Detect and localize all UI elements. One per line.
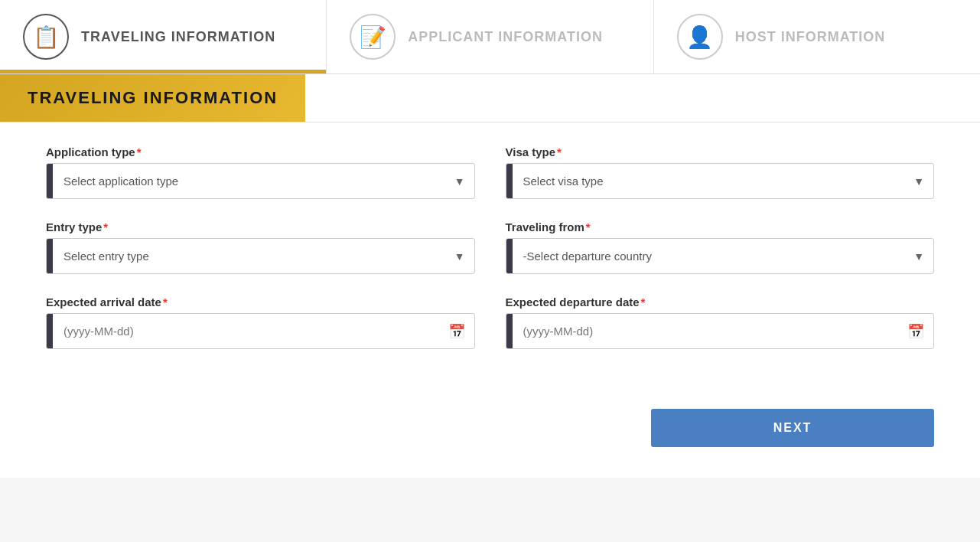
departure-date-wrap: 📅 xyxy=(506,313,935,349)
step-traveling-underline xyxy=(0,70,326,73)
arrival-date-calendar-icon[interactable]: 📅 xyxy=(448,323,465,340)
section-title: TRAVELING INFORMATION xyxy=(28,88,278,107)
departure-date-label: Expected departure date* xyxy=(506,295,935,309)
form-row-2: Entry type* Select entry type ▼ Travelin… xyxy=(46,220,934,274)
form-row-1: Application type* Select application typ… xyxy=(46,145,934,199)
next-button[interactable]: NEXT xyxy=(651,409,934,447)
traveling-from-bar xyxy=(506,239,513,273)
entry-type-select-wrap: Select entry type ▼ xyxy=(46,238,475,274)
arrival-date-bar xyxy=(47,314,53,348)
visa-type-label: Visa type* xyxy=(506,145,935,158)
entry-type-label: Entry type* xyxy=(46,220,475,233)
step-applicant-icon-wrap: 📝 xyxy=(350,14,396,60)
host-icon: 👤 xyxy=(686,24,713,50)
footer-area: NEXT xyxy=(0,401,980,478)
departure-date-input[interactable] xyxy=(513,314,934,348)
visa-type-required: * xyxy=(557,145,562,158)
step-navigation: 📋 TRAVELING INFORMATION 📝 APPLICANT INFO… xyxy=(0,0,980,74)
traveling-icon: 📋 xyxy=(33,24,60,50)
arrival-date-group: Expected arrival date* 📅 xyxy=(46,295,475,349)
form-row-3: Expected arrival date* 📅 Expected depart… xyxy=(46,295,934,349)
form-area: Application type* Select application typ… xyxy=(0,122,980,401)
step-traveling[interactable]: 📋 TRAVELING INFORMATION xyxy=(0,0,327,73)
traveling-from-label: Traveling from* xyxy=(506,220,935,233)
entry-type-select[interactable]: Select entry type xyxy=(53,239,474,273)
applicant-icon: 📝 xyxy=(360,24,386,50)
step-traveling-label: TRAVELING INFORMATION xyxy=(81,29,275,45)
application-type-group: Application type* Select application typ… xyxy=(46,145,475,199)
visa-type-select[interactable]: Select visa type xyxy=(513,164,934,198)
entry-type-required: * xyxy=(103,220,108,233)
step-applicant-label: APPLICANT INFORMATION xyxy=(408,29,603,45)
visa-type-group: Visa type* Select visa type ▼ xyxy=(506,145,935,199)
visa-type-bar xyxy=(506,164,513,198)
traveling-from-required: * xyxy=(586,220,591,233)
arrival-date-label: Expected arrival date* xyxy=(46,295,475,309)
departure-date-group: Expected departure date* 📅 xyxy=(506,295,935,349)
step-applicant[interactable]: 📝 APPLICANT INFORMATION xyxy=(327,0,653,73)
arrival-date-input[interactable] xyxy=(53,314,474,348)
step-host[interactable]: 👤 HOST INFORMATION xyxy=(654,0,980,73)
traveling-from-select-wrap: -Select departure country ▼ xyxy=(506,238,935,274)
application-type-select-wrap: Select application type ▼ xyxy=(46,163,475,199)
application-type-label: Application type* xyxy=(46,145,475,158)
step-traveling-icon-wrap: 📋 xyxy=(23,14,69,60)
step-host-underline xyxy=(654,70,980,73)
step-applicant-underline xyxy=(327,70,653,73)
arrival-date-wrap: 📅 xyxy=(46,313,475,349)
step-host-icon-wrap: 👤 xyxy=(677,14,723,60)
visa-type-select-wrap: Select visa type ▼ xyxy=(506,163,935,199)
departure-date-required: * xyxy=(641,295,646,309)
arrival-date-required: * xyxy=(163,295,168,309)
departure-date-bar xyxy=(506,314,513,348)
traveling-from-group: Traveling from* -Select departure countr… xyxy=(506,220,935,274)
application-type-bar xyxy=(47,164,53,198)
departure-date-calendar-icon[interactable]: 📅 xyxy=(907,323,924,340)
entry-type-bar xyxy=(47,239,53,273)
application-type-required: * xyxy=(137,145,142,158)
step-host-label: HOST INFORMATION xyxy=(735,29,886,45)
application-type-select[interactable]: Select application type xyxy=(53,164,474,198)
section-header-wrap: TRAVELING INFORMATION xyxy=(0,74,980,122)
entry-type-group: Entry type* Select entry type ▼ xyxy=(46,220,475,274)
traveling-from-select[interactable]: -Select departure country xyxy=(513,239,934,273)
section-header: TRAVELING INFORMATION xyxy=(0,74,305,122)
